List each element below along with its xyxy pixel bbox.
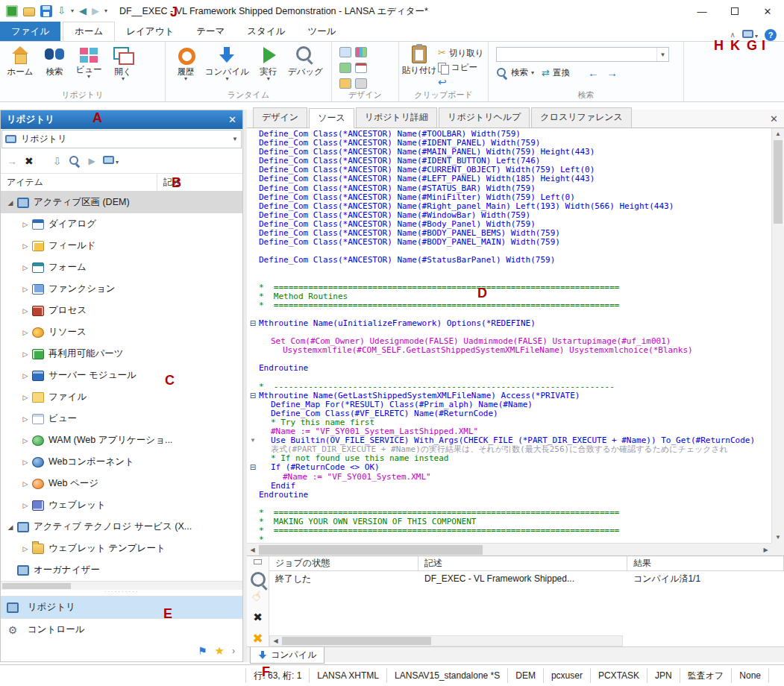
scroll-right-icon[interactable]: ▶	[760, 544, 771, 556]
editor-tab-repo-help[interactable]: リポジトリヘルプ	[439, 107, 530, 128]
scrollbar-thumb[interactable]	[2, 583, 71, 589]
expand-arrow-icon[interactable]: ▷	[19, 264, 32, 271]
check-in-icon[interactable]: ⇩	[57, 5, 66, 17]
code-line[interactable]: ⊟If (#ReturnCode <> OK)	[247, 463, 771, 472]
code-line[interactable]	[247, 310, 771, 319]
code-line[interactable]: Define_Com Class(*ANCESTOR) Name(#CURREN…	[247, 166, 771, 174]
delete-job-icon[interactable]: ✖	[253, 611, 263, 624]
tab-order-icon[interactable]	[355, 63, 367, 73]
scrollbar-thumb[interactable]	[259, 545, 483, 555]
document-close-icon[interactable]: ✕	[770, 113, 784, 125]
code-line[interactable]: ⊟Mthroutine Name(uInitializeFramework) O…	[247, 319, 771, 328]
code-line[interactable]: ⊟Mthroutine Name(GetLastShippedSystemXML…	[247, 391, 771, 400]
cut-button[interactable]: ✂ 切り取り	[438, 47, 483, 59]
sidebar-view-control[interactable]: ⚙コントロール	[1, 618, 242, 641]
tree-item[interactable]: ▷Web ページ	[1, 473, 242, 494]
tree-item[interactable]: ▷ビュー	[1, 408, 242, 429]
history-button[interactable]: 履歴 ▾	[169, 44, 203, 81]
code-line[interactable]: Usystemxmlfile(#COM_SELF.GetLastShippedS…	[247, 346, 771, 355]
tree-item[interactable]: ▷サーバー モジュール	[1, 365, 242, 386]
code-line[interactable]: Define_Com Class(*ANCESTOR) Name(#TOOLBA…	[247, 130, 771, 139]
expand-arrow-icon[interactable]: ▷	[19, 394, 32, 401]
column-description[interactable]: 記述	[157, 176, 181, 189]
collapse-arrow-icon[interactable]: ◢	[4, 199, 17, 207]
editor-tab-repo-details[interactable]: リポジトリ詳細	[356, 107, 437, 128]
code-line[interactable]: 表式(#PART_DIR_EXECUTE + #Name)の実行結果は、それが引…	[247, 445, 771, 454]
auto-hide-icon[interactable]	[254, 559, 262, 564]
code-area[interactable]: Define_Com Class(*ANCESTOR) Name(#TOOLBA…	[247, 128, 771, 543]
editor-tab-design[interactable]: デザイン	[253, 107, 307, 128]
source-editor[interactable]: Define_Com Class(*ANCESTOR) Name(#TOOLBA…	[247, 128, 784, 556]
edit-pencil-icon[interactable]	[339, 78, 351, 89]
chevron-right-icon[interactable]: ›	[232, 645, 235, 657]
tree-item[interactable]: ▷再利用可能パーツ	[1, 343, 242, 365]
panel-header[interactable]: リポジトリ ✕	[1, 110, 242, 129]
tree-item[interactable]: ▷ファイル	[1, 386, 242, 408]
promote-icon[interactable]: →	[7, 155, 17, 167]
format-icon[interactable]	[355, 78, 367, 89]
replace-button[interactable]: ⇄ 置換	[542, 67, 570, 79]
job-search-icon[interactable]	[250, 571, 266, 582]
screen-settings-icon[interactable]: ▾	[742, 30, 758, 40]
expand-arrow-icon[interactable]: ▷	[19, 415, 32, 423]
sidebar-horizontal-scrollbar[interactable]	[1, 581, 242, 590]
search-input[interactable]	[497, 48, 656, 60]
job-column-header[interactable]: ジョブの状態	[269, 556, 418, 571]
code-line[interactable]: Endroutine	[247, 364, 771, 373]
execute-icon[interactable]: ▶	[88, 156, 95, 166]
code-line[interactable]: Define_Com Class(*ANCESTOR) Name(#Window…	[247, 211, 771, 220]
fold-marker-icon[interactable]: ⊟	[247, 463, 259, 472]
scroll-up-icon[interactable]: ▲	[772, 128, 784, 139]
undo-button[interactable]: ↩	[438, 76, 483, 88]
code-line[interactable]: * --------------------------------------…	[247, 383, 771, 391]
align-icon[interactable]	[339, 63, 351, 73]
expand-arrow-icon[interactable]: ▷	[19, 480, 32, 488]
paste-button[interactable]: 貼り付け	[402, 44, 436, 75]
combobox-dropdown-icon[interactable]: ▼	[656, 48, 668, 61]
qat-dropdown-icon[interactable]: ▾	[71, 5, 74, 17]
palette-icon[interactable]	[355, 47, 367, 57]
code-line[interactable]: Endroutine	[247, 491, 771, 500]
code-line[interactable]: Define_Com Class(*ANCESTOR) Name(#Right_…	[247, 202, 771, 211]
help-icon[interactable]: ?	[765, 29, 777, 41]
expand-arrow-icon[interactable]: ▷	[19, 221, 32, 228]
favorites-star-icon[interactable]: ★	[215, 645, 225, 657]
scrollbar-thumb[interactable]	[282, 637, 431, 645]
expand-arrow-icon[interactable]: ▷	[19, 502, 32, 509]
job-column-header[interactable]: 記述	[418, 556, 627, 571]
customize-toolbar-icon[interactable]: ▾	[104, 5, 107, 17]
ribbon-tab-layout[interactable]: レイアウト	[115, 22, 185, 41]
vertical-scrollbar[interactable]: ▲ ▼	[771, 128, 784, 543]
tree-item[interactable]: ▷フォーム	[1, 257, 242, 278]
forward-icon[interactable]: ▶	[92, 5, 99, 17]
code-line[interactable]: Define_Com Class(#VF_ELRETC) Name(#Retur…	[247, 409, 771, 418]
panel-close-icon[interactable]: ✕	[228, 114, 236, 125]
code-line[interactable]: * Try this name first	[247, 418, 771, 427]
tree-item[interactable]: ▷ダイアログ	[1, 213, 242, 235]
job-horizontal-scrollbar[interactable]: ◀	[269, 635, 623, 646]
compile-button[interactable]: コンパイル ▾	[203, 44, 251, 81]
code-line[interactable]: *	[247, 535, 771, 543]
code-line[interactable]: Endif	[247, 482, 771, 491]
fold-marker-icon[interactable]: ⊟	[247, 319, 259, 328]
tree-item[interactable]: ▷プロセス	[1, 300, 242, 321]
code-line[interactable]: Define_Com Class(*ANCESTOR) Name(#BODY_P…	[247, 229, 771, 238]
expand-arrow-icon[interactable]: ▷	[19, 350, 32, 358]
ribbon-tab-theme[interactable]: テーマ	[185, 22, 236, 41]
expand-arrow-icon[interactable]: ▷	[19, 242, 32, 250]
tree-item[interactable]: ▷フィールド	[1, 235, 242, 257]
splitter-grip[interactable]: ··········	[1, 590, 242, 596]
code-line[interactable]	[247, 247, 771, 256]
tab-compile[interactable]: コンパイル	[250, 647, 324, 664]
editor-tab-cross-reference[interactable]: クロスリファレンス	[531, 107, 632, 128]
job-column-header[interactable]: 結果	[627, 556, 784, 571]
scroll-down-icon[interactable]: ▼	[772, 532, 784, 543]
maximize-button[interactable]	[718, 0, 751, 22]
combobox-dropdown-icon[interactable]: ▼	[232, 136, 238, 142]
sidebar-view-repository[interactable]: リポジトリ	[1, 596, 242, 618]
job-row[interactable]: 終了したDF_EXEC - VL Framework Shipped...コンパ…	[269, 571, 784, 586]
tree-item[interactable]: ▷ウェブレット	[1, 494, 242, 516]
collapse-ribbon-icon[interactable]: ∧	[730, 29, 735, 41]
close-button[interactable]: ✕	[751, 0, 784, 22]
delete-icon[interactable]: ✖	[25, 155, 34, 167]
